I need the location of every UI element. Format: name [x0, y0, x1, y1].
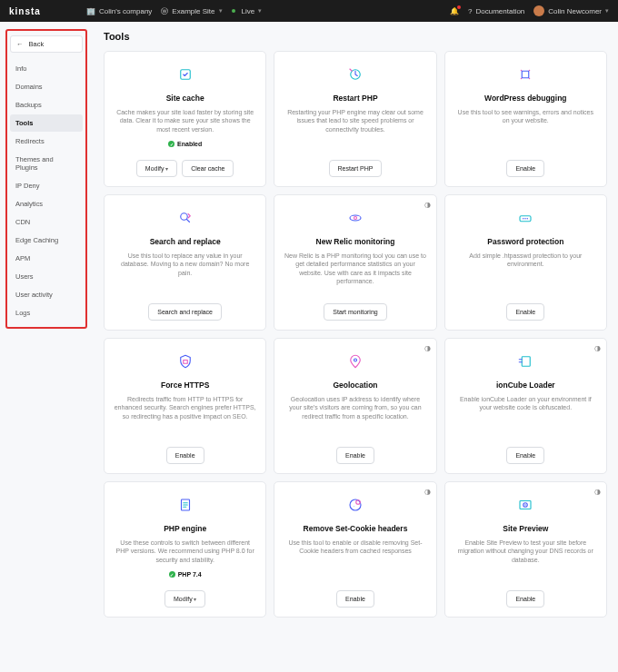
sidebar-item-domains[interactable]: Domains [10, 78, 83, 95]
svg-point-3 [521, 70, 523, 72]
card-description: Enable Site Preview to test your site be… [454, 539, 597, 564]
card-description: Add simple .htpasswd protection to your … [454, 252, 597, 277]
enable-button[interactable]: Enable [506, 160, 544, 177]
svg-point-9 [354, 217, 356, 220]
password-icon [515, 208, 535, 228]
card-title: Restart PHP [333, 94, 377, 103]
start-monitoring-button[interactable]: Start monitoring [324, 303, 386, 321]
enable-button[interactable]: Enable [506, 303, 544, 321]
sidebar-item-edge-caching[interactable]: Edge Caching [10, 232, 83, 249]
search-replace-icon [175, 208, 195, 228]
back-button[interactable]: ← Back [10, 35, 83, 53]
card-actions: Enable [166, 447, 204, 464]
tool-card-password-protection: Password protectionAdd simple .htpasswd … [444, 194, 607, 331]
modify-button[interactable]: Modify [136, 160, 177, 177]
help-icon: ? [468, 7, 472, 15]
sidebar-item-tools[interactable]: Tools [10, 114, 83, 132]
restart-php-button[interactable]: Restart PHP [329, 160, 383, 177]
tool-card-site-preview: ◑Site PreviewEnable Site Preview to test… [444, 481, 607, 618]
sidebar-item-logs[interactable]: Logs [10, 304, 83, 321]
tool-card-force-https: Force HTTPSRedirects traffic from HTTP t… [104, 338, 266, 474]
card-description: Geolocation uses IP address to identify … [284, 395, 426, 420]
avatar [533, 5, 544, 16]
clear-cache-button[interactable]: Clear cache [182, 160, 234, 177]
card-actions: Enable [506, 160, 544, 177]
status-label: PHP 7.4 [178, 571, 202, 578]
search-and-replace-button[interactable]: Search and replace [148, 303, 222, 321]
sidebar-item-themes-and-plugins[interactable]: Themes and Plugins [10, 151, 83, 176]
card-description: Restarting your PHP engine may clear out… [284, 108, 426, 133]
brand-logo[interactable]: KINSTA [9, 6, 41, 16]
card-title: Remove Set-Cookie headers [304, 524, 408, 533]
status-label: Enabled [177, 141, 202, 147]
sidebar-item-users[interactable]: Users [10, 268, 83, 285]
card-title: PHP engine [164, 524, 206, 533]
sidebar-item-apm[interactable]: APM [10, 250, 83, 267]
card-title: New Relic monitoring [316, 237, 395, 246]
card-actions: Enable [506, 447, 544, 464]
sidebar-item-analytics[interactable]: Analytics [10, 195, 83, 212]
https-icon [175, 351, 195, 371]
php-icon [175, 495, 195, 515]
company-selector[interactable]: 🏢 Colin's company [86, 7, 152, 15]
card-actions: Enable [336, 447, 374, 464]
modify-button[interactable]: Modify [164, 590, 205, 608]
docs-label: Documentation [476, 7, 525, 15]
sidebar-item-user-activity[interactable]: User activity [10, 286, 83, 303]
card-actions: Search and replace [148, 303, 222, 321]
env-selector[interactable]: Live ▾ [232, 7, 263, 15]
newrelic-icon [345, 208, 365, 228]
tool-card-ioncube-loader: ◑ionCube LoaderEnable ionCube Loader on … [444, 338, 607, 474]
card-status: ✓Enabled [168, 141, 202, 147]
card-title: ionCube Loader [496, 380, 555, 390]
tool-card-remove-set-cookie-headers: ◑Remove Set-Cookie headersUse this tool … [274, 481, 436, 618]
svg-point-13 [527, 218, 529, 220]
notifications-button[interactable]: 🔔 [450, 7, 459, 15]
sidebar-item-info[interactable]: Info [10, 60, 83, 77]
tool-card-php-engine: PHP engineUse these controls to switch b… [104, 481, 266, 618]
site-name: Example Site [172, 7, 214, 15]
ioncube-icon [515, 351, 535, 371]
chevron-down-icon: ▾ [219, 7, 223, 15]
debug-icon [515, 64, 535, 84]
card-title: Force HTTPS [161, 380, 209, 390]
svg-point-4 [529, 70, 531, 72]
sidebar-item-cdn[interactable]: CDN [10, 213, 83, 231]
site-selector[interactable]: ⓦ Example Site ▾ [161, 6, 222, 16]
documentation-link[interactable]: ? Documentation [468, 7, 524, 15]
card-status: ✓PHP 7.4 [169, 571, 202, 578]
sidebar-item-backups[interactable]: Backups [10, 96, 83, 114]
card-title: Password protection [487, 237, 563, 246]
wordpress-icon: ⓦ [161, 6, 168, 16]
live-status-icon [232, 9, 235, 13]
cookie-icon [345, 495, 365, 515]
page-title: Tools [104, 31, 607, 42]
svg-point-15 [354, 359, 356, 361]
sidebar-item-ip-deny[interactable]: IP Deny [10, 177, 83, 194]
svg-point-12 [525, 218, 527, 220]
svg-point-11 [523, 218, 524, 220]
card-description: Enable ionCube Loader on your environmen… [454, 395, 597, 420]
card-title: Geolocation [333, 380, 377, 390]
enable-button[interactable]: Enable [506, 447, 544, 464]
user-menu[interactable]: Colin Newcomer ▾ [533, 5, 609, 16]
company-icon: 🏢 [86, 7, 95, 15]
svg-point-20 [354, 506, 354, 507]
enable-button[interactable]: Enable [336, 447, 374, 464]
card-actions: ModifyClear cache [136, 160, 234, 177]
tool-card-geolocation: ◑GeolocationGeolocation uses IP address … [274, 338, 436, 474]
card-actions: Enable [506, 590, 544, 608]
preview-icon [515, 495, 535, 515]
tool-card-restart-php: Restart PHPRestarting your PHP engine ma… [274, 51, 436, 187]
env-label: Live [242, 7, 255, 15]
annotation-highlight: ← Back InfoDomainsBackupsToolsRedirectsT… [5, 29, 87, 329]
enable-button[interactable]: Enable [336, 590, 374, 608]
check-icon: ✓ [168, 141, 174, 147]
svg-rect-2 [523, 71, 530, 78]
notification-dot-icon [457, 5, 461, 9]
enable-button[interactable]: Enable [166, 447, 204, 464]
card-description: Use these controls to switch between dif… [114, 539, 256, 564]
enable-button[interactable]: Enable [506, 590, 544, 608]
sidebar-item-redirects[interactable]: Redirects [10, 133, 83, 150]
card-description: New Relic is a PHP monitoring tool you c… [284, 252, 426, 286]
